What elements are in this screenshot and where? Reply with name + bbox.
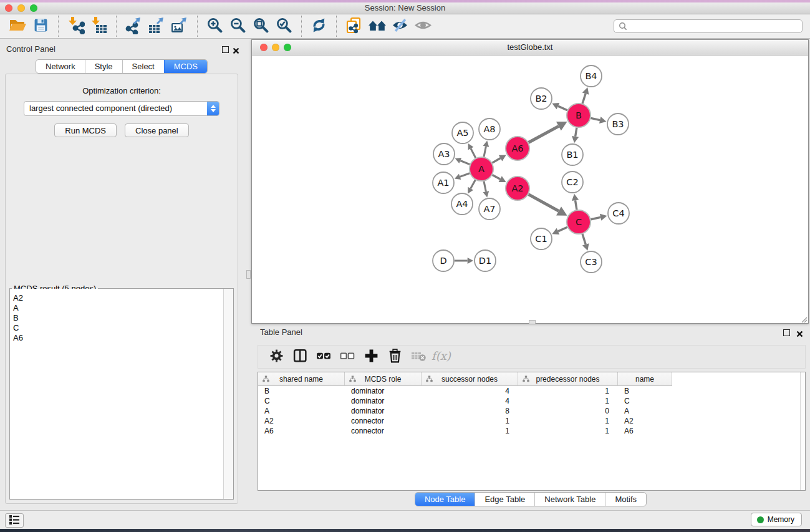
float-panel-icon[interactable] <box>222 46 229 53</box>
mcds-result-item[interactable]: B <box>13 313 224 323</box>
open-session-button[interactable] <box>6 16 29 37</box>
edge-C-C2[interactable] <box>572 194 579 210</box>
table-row[interactable]: A6connector11A6 <box>258 426 805 436</box>
app-titlebar[interactable]: Session: New Session <box>0 2 810 14</box>
zoom-window-button[interactable] <box>30 4 37 12</box>
edge-B-B4[interactable] <box>582 87 589 104</box>
edge-C-C3[interactable] <box>582 234 589 251</box>
node-B2[interactable]: B2 <box>531 88 552 109</box>
column-header-successor-nodes[interactable]: successor nodes <box>422 372 518 386</box>
edge-B-B3[interactable] <box>591 117 607 123</box>
minimize-network-button[interactable] <box>272 44 279 51</box>
column-header-MCDS-role[interactable]: MCDS role <box>345 372 422 386</box>
node-A8[interactable]: A8 <box>479 118 500 140</box>
edge-A2-C[interactable] <box>529 195 567 216</box>
panel-menu-button[interactable] <box>5 513 24 528</box>
tab-select[interactable]: Select <box>122 60 164 73</box>
edge-A6-B[interactable] <box>529 122 567 142</box>
mcds-result-item[interactable]: A <box>13 303 224 313</box>
table-cell[interactable]: 4 <box>422 387 518 395</box>
close-table-panel-icon[interactable] <box>796 329 803 336</box>
search-box[interactable] <box>614 19 803 33</box>
save-session-button[interactable] <box>29 16 52 37</box>
column-header-shared-name[interactable]: shared name <box>258 372 345 386</box>
table-cell[interactable]: A2 <box>258 417 345 425</box>
node-D1[interactable]: D1 <box>475 250 496 271</box>
node-D[interactable]: D <box>433 250 454 271</box>
table-cell[interactable]: 1 <box>518 427 618 435</box>
zoom-network-button[interactable] <box>284 44 291 51</box>
node-B3[interactable]: B3 <box>607 114 629 135</box>
run-mcds-button[interactable]: Run MCDS <box>54 123 117 137</box>
zoom-fit-button[interactable] <box>249 16 272 37</box>
node-A[interactable]: A <box>470 157 493 181</box>
node-B[interactable]: B <box>567 104 591 127</box>
tab-network[interactable]: Network <box>36 60 85 73</box>
table-scrollbar[interactable] <box>800 372 805 490</box>
splitter-handle[interactable] <box>529 320 536 324</box>
edge-A-A5[interactable] <box>468 143 476 158</box>
edge-A-A7[interactable] <box>483 181 489 198</box>
table-cell[interactable]: B <box>258 387 345 395</box>
edge-A-A1[interactable] <box>455 173 470 180</box>
table-cell[interactable]: 8 <box>422 407 518 415</box>
table-cell[interactable]: C <box>258 397 345 405</box>
table-cell[interactable]: 4 <box>422 397 518 405</box>
column-settings-button[interactable] <box>264 347 288 367</box>
node-C[interactable]: C <box>567 210 591 234</box>
delete-column-button[interactable] <box>383 347 407 367</box>
table-cell[interactable]: A <box>258 407 345 415</box>
zoom-in-button[interactable] <box>203 16 226 37</box>
node-A2[interactable]: A2 <box>506 177 529 200</box>
table-cell[interactable]: 1 <box>518 417 618 425</box>
table-cell[interactable]: 1 <box>518 397 618 405</box>
table-cell[interactable]: A6 <box>258 427 345 435</box>
import-network-button[interactable] <box>64 16 87 37</box>
edge-B-B1[interactable] <box>572 128 579 143</box>
result-scrollbar[interactable] <box>223 289 233 499</box>
table-cell[interactable]: connector <box>345 427 422 435</box>
edge-A-A2[interactable] <box>493 175 506 182</box>
close-network-button[interactable] <box>260 44 268 51</box>
network-window-titlebar[interactable]: testGlobe.txt <box>252 40 808 56</box>
table-cell[interactable]: 0 <box>518 407 618 415</box>
table-cell[interactable]: 1 <box>422 417 518 425</box>
edge-D-D1[interactable] <box>455 258 473 264</box>
edge-A-A3[interactable] <box>455 158 470 165</box>
tab-mcds[interactable]: MCDS <box>164 60 207 73</box>
minimize-window-button[interactable] <box>17 4 25 12</box>
tab-style[interactable]: Style <box>85 60 122 73</box>
edge-C-C4[interactable] <box>591 214 607 221</box>
export-image-button[interactable] <box>168 16 191 37</box>
float-table-panel-icon[interactable] <box>783 329 790 336</box>
table-cell[interactable]: dominator <box>345 407 422 415</box>
node-A4[interactable]: A4 <box>451 193 473 215</box>
zoom-selected-button[interactable] <box>272 16 296 37</box>
select-all-rows-button[interactable] <box>312 347 335 367</box>
edge-A-A4[interactable] <box>468 180 475 193</box>
close-window-button[interactable] <box>5 4 12 12</box>
table-cell[interactable]: B <box>618 387 672 395</box>
node-A6[interactable]: A6 <box>506 137 529 160</box>
table-cell[interactable]: dominator <box>345 387 422 395</box>
memory-button[interactable]: Memory <box>751 513 802 526</box>
network-canvas[interactable]: B4B2BB3A5A8A6A3B1AA1C2A2A4A7C4CC1C3DD1 <box>252 56 808 323</box>
edge-C-C1[interactable] <box>552 227 567 235</box>
table-row[interactable]: Adominator80A <box>258 406 805 416</box>
edge-A-A6[interactable] <box>492 155 506 163</box>
deselect-all-rows-button[interactable] <box>335 347 359 367</box>
node-C1[interactable]: C1 <box>531 228 552 249</box>
home-button[interactable] <box>365 16 388 37</box>
criterion-dropdown[interactable]: largest connected component (directed) <box>24 101 219 116</box>
node-A1[interactable]: A1 <box>433 172 454 193</box>
column-header-predecessor-nodes[interactable]: predecessor nodes <box>518 372 618 386</box>
clone-network-button[interactable] <box>342 16 365 37</box>
table-cell[interactable]: A6 <box>618 427 672 435</box>
resize-grip-icon[interactable] <box>799 314 808 322</box>
table-cell[interactable]: dominator <box>345 397 422 405</box>
split-table-button[interactable] <box>288 347 312 367</box>
table-row[interactable]: Bdominator41B <box>258 386 805 396</box>
splitter-handle[interactable] <box>246 270 251 279</box>
mcds-result-list[interactable]: A2ABCA6 <box>10 289 224 499</box>
table-row[interactable]: A2connector11A2 <box>258 416 805 426</box>
